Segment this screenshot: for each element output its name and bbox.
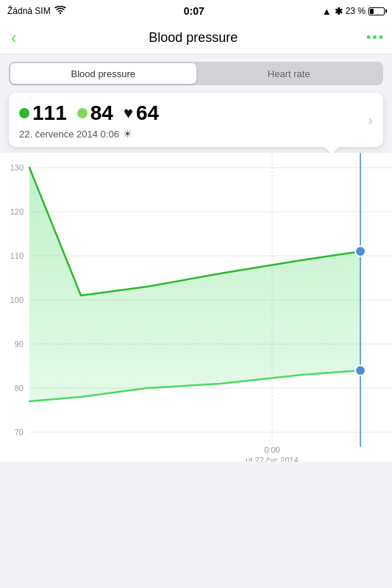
systolic-number: 111: [32, 101, 67, 125]
svg-text:120: 120: [10, 207, 24, 216]
svg-text:130: 130: [10, 163, 24, 172]
more-button[interactable]: •••: [366, 30, 385, 46]
status-right: ▲ ✱ 23 %: [322, 6, 385, 17]
battery-label: 23 %: [346, 6, 366, 16]
status-time: 0:07: [184, 5, 204, 17]
segmented-control: Blood pressure Heart rate: [9, 62, 383, 85]
heart-rate-value: ♥ 64: [124, 101, 159, 125]
svg-text:70: 70: [15, 428, 24, 437]
tooltip-card: 111 84 ♥ 64 22. července 2014 0:06 ☀ ›: [9, 93, 383, 147]
svg-text:100: 100: [10, 295, 24, 304]
date-text: 22. července 2014 0:06: [19, 129, 119, 140]
upper-dot: [355, 246, 366, 257]
tab-heart-rate[interactable]: Heart rate: [196, 63, 382, 84]
page-title: Blood pressure: [149, 30, 238, 46]
x-date-label: út 22 čvc 2014: [246, 456, 299, 462]
diastolic-dot: [77, 108, 88, 118]
back-button[interactable]: ‹: [7, 29, 20, 48]
heart-rate-number: 64: [136, 101, 159, 125]
bluetooth-icon: ✱: [335, 6, 343, 17]
carrier-label: Žádná SIM: [7, 6, 51, 16]
heart-icon: ♥: [124, 105, 133, 121]
chart-svg: 130 120 110 100 90 80 70: [0, 153, 392, 462]
location-icon: ▲: [322, 6, 332, 17]
svg-text:90: 90: [15, 340, 24, 348]
systolic-value: 111: [19, 101, 67, 125]
tab-blood-pressure[interactable]: Blood pressure: [10, 63, 196, 84]
tooltip-date: 22. července 2014 0:06 ☀: [19, 128, 373, 140]
lower-dot: [355, 365, 366, 376]
status-bar: Žádná SIM 0:07 ▲ ✱ 23 %: [0, 0, 392, 22]
chart-area: [29, 168, 360, 401]
tooltip-chevron[interactable]: ›: [368, 112, 373, 129]
status-left: Žádná SIM: [7, 6, 66, 17]
systolic-dot: [19, 108, 29, 118]
svg-text:80: 80: [15, 384, 24, 392]
nav-bar: ‹ Blood pressure •••: [0, 22, 392, 54]
battery-icon: [368, 7, 385, 15]
chart-container: 130 120 110 100 90 80 70: [0, 153, 392, 462]
diastolic-value: 84: [77, 101, 113, 125]
x-time-label: 0:00: [264, 445, 279, 454]
diastolic-number: 84: [90, 101, 113, 125]
svg-text:110: 110: [10, 251, 24, 260]
tooltip-values: 111 84 ♥ 64: [19, 101, 373, 125]
wifi-icon: [54, 6, 66, 17]
sun-icon: ☀: [123, 128, 132, 140]
